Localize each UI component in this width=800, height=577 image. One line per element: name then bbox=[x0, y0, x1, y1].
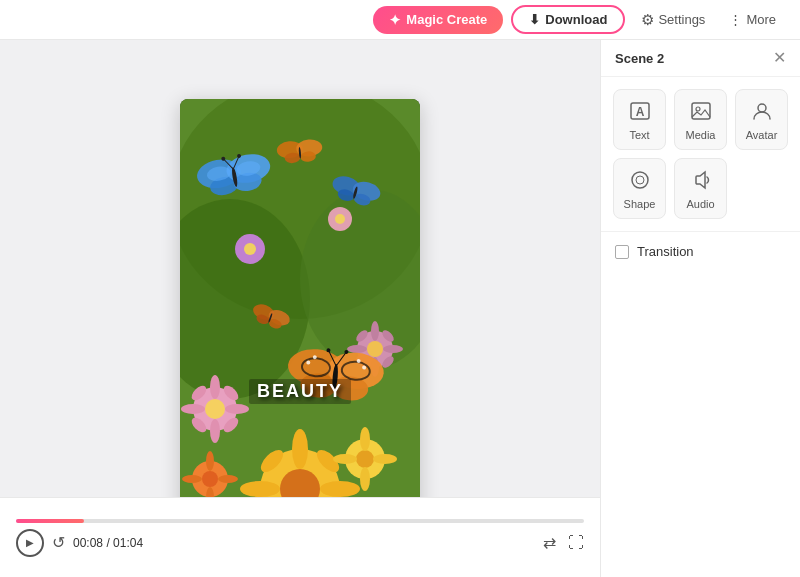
transition-checkbox[interactable] bbox=[615, 245, 629, 259]
svg-point-48 bbox=[182, 475, 202, 483]
media-tool-label: Media bbox=[686, 129, 716, 141]
svg-point-16 bbox=[371, 321, 379, 341]
progress-bar[interactable] bbox=[16, 519, 584, 523]
svg-point-94 bbox=[696, 107, 700, 111]
magic-create-button[interactable]: ✦ Magic Create bbox=[373, 6, 503, 34]
controls-row: ▶ ↺ 00:08 / 01:04 ⇄ ⛶ bbox=[16, 529, 584, 557]
shape-tool-label: Shape bbox=[624, 198, 656, 210]
sparkle-icon: ✦ bbox=[389, 12, 401, 28]
text-tool-label: Text bbox=[629, 129, 649, 141]
svg-point-19 bbox=[383, 345, 403, 353]
video-preview: BEAUTY bbox=[180, 99, 420, 519]
svg-point-8 bbox=[181, 404, 205, 414]
replay-icon: ↺ bbox=[52, 534, 65, 551]
panel-title: Scene 2 bbox=[615, 51, 664, 66]
scene-overlay-text: BEAUTY bbox=[249, 379, 351, 404]
svg-rect-93 bbox=[692, 103, 710, 119]
transition-label: Transition bbox=[637, 244, 694, 259]
svg-point-37 bbox=[360, 467, 370, 491]
transition-row: Transition bbox=[615, 244, 786, 259]
svg-point-41 bbox=[244, 243, 256, 255]
scene-image bbox=[180, 99, 420, 519]
svg-point-28 bbox=[240, 481, 280, 497]
svg-point-97 bbox=[636, 176, 644, 184]
fullscreen-icon: ⛶ bbox=[568, 534, 584, 551]
svg-point-49 bbox=[218, 475, 238, 483]
svg-point-39 bbox=[373, 454, 397, 464]
download-button[interactable]: ⬇ Download bbox=[511, 5, 625, 34]
controls-right: ⇄ ⛶ bbox=[543, 533, 584, 552]
text-tool[interactable]: A Text bbox=[613, 89, 666, 150]
svg-point-26 bbox=[292, 429, 308, 469]
shape-icon bbox=[629, 169, 651, 194]
gear-icon: ⚙ bbox=[641, 11, 654, 29]
svg-point-35 bbox=[356, 450, 374, 468]
svg-point-15 bbox=[367, 341, 383, 357]
download-icon: ⬇ bbox=[529, 12, 540, 27]
svg-point-95 bbox=[758, 104, 766, 112]
controls-left: ▶ ↺ 00:08 / 01:04 bbox=[16, 529, 143, 557]
panel-header: Scene 2 ✕ bbox=[601, 40, 800, 77]
time-display: 00:08 / 01:04 bbox=[73, 536, 143, 550]
panel-tools-grid: A Text Media Avat bbox=[601, 77, 800, 231]
audio-icon bbox=[690, 169, 712, 194]
panel-close-button[interactable]: ✕ bbox=[773, 50, 786, 66]
svg-point-43 bbox=[335, 214, 345, 224]
svg-text:A: A bbox=[635, 105, 644, 119]
svg-point-5 bbox=[205, 399, 225, 419]
transition-section: Transition bbox=[601, 231, 800, 271]
audio-tool[interactable]: Audio bbox=[674, 158, 727, 219]
media-tool[interactable]: Media bbox=[674, 89, 727, 150]
svg-point-38 bbox=[333, 454, 357, 464]
share-icon: ⇄ bbox=[543, 534, 556, 551]
avatar-tool-label: Avatar bbox=[746, 129, 778, 141]
settings-button[interactable]: ⚙ Settings bbox=[633, 6, 713, 34]
svg-point-45 bbox=[202, 471, 218, 487]
svg-point-7 bbox=[210, 419, 220, 443]
toolbar: ✦ Magic Create ⬇ Download ⚙ Settings ⋮ M… bbox=[0, 0, 800, 40]
svg-point-18 bbox=[347, 345, 367, 353]
scene-panel: Scene 2 ✕ A Text Media bbox=[600, 40, 800, 577]
avatar-icon bbox=[751, 100, 773, 125]
svg-point-6 bbox=[210, 375, 220, 399]
svg-point-96 bbox=[632, 172, 648, 188]
shape-tool[interactable]: Shape bbox=[613, 158, 666, 219]
more-button[interactable]: ⋮ More bbox=[721, 7, 784, 32]
share-button[interactable]: ⇄ bbox=[543, 533, 556, 552]
play-button[interactable]: ▶ bbox=[16, 529, 44, 557]
player-controls: ▶ ↺ 00:08 / 01:04 ⇄ ⛶ bbox=[0, 497, 600, 577]
text-icon: A bbox=[629, 100, 651, 125]
svg-point-29 bbox=[320, 481, 360, 497]
avatar-tool[interactable]: Avatar bbox=[735, 89, 788, 150]
audio-tool-label: Audio bbox=[686, 198, 714, 210]
svg-point-36 bbox=[360, 427, 370, 451]
media-icon bbox=[690, 100, 712, 125]
play-icon: ▶ bbox=[26, 537, 34, 548]
svg-point-9 bbox=[225, 404, 249, 414]
fullscreen-button[interactable]: ⛶ bbox=[568, 534, 584, 552]
progress-fill bbox=[16, 519, 84, 523]
replay-button[interactable]: ↺ bbox=[52, 533, 65, 552]
more-icon: ⋮ bbox=[729, 12, 742, 27]
svg-point-46 bbox=[206, 451, 214, 471]
